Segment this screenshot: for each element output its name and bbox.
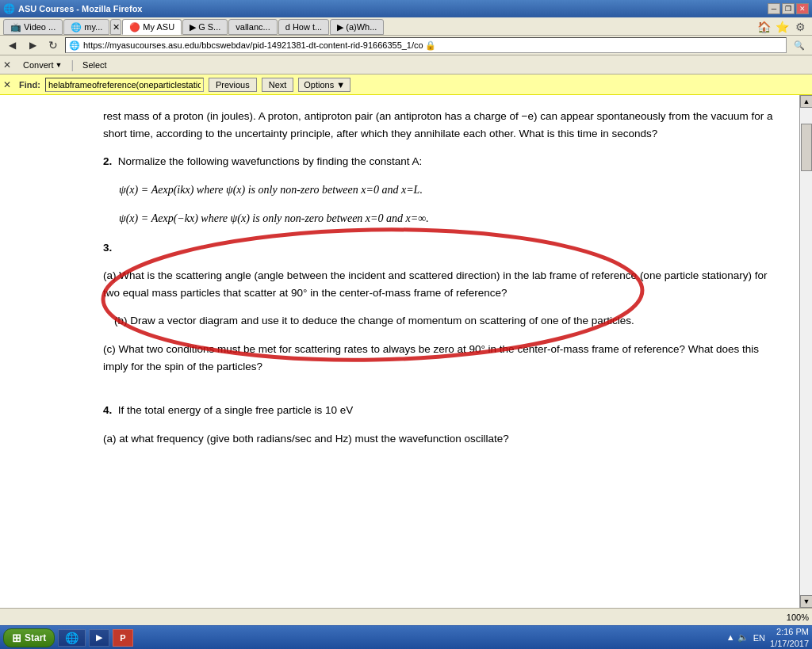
q3c-text: (c) What two conditions must be met for … [103,341,776,375]
convert-button[interactable]: Convert ▼ [17,57,67,73]
taskbar: ⊞ Start 🌐 ▶ P ▲ 🔈 EN 2:16 PM 1/17/2017 [0,625,812,649]
q3-section: 3. (a) What is the scattering angle (ang… [103,239,776,302]
page-content: rest mass of a proton (in joules). A pro… [0,95,799,608]
tab-close-x1[interactable]: ✕ [110,19,121,35]
settings-icon[interactable]: ⚙ [791,19,809,35]
tab-my[interactable]: 🌐 my... [63,19,109,35]
scrollbar[interactable]: ▲ ▼ [799,95,812,608]
tab-video[interactable]: 📺 Video ... [3,19,63,35]
address-bar[interactable]: 🌐 https://myasucourses.asu.edu/bbcswebda… [65,37,787,53]
scroll-down-button[interactable]: ▼ [800,595,812,608]
find-bar: ✕ Find: Previous Next Options ▼ [0,74,812,95]
q3a-text: (a) What is the scattering angle (angle … [103,267,776,301]
clock: 2:16 PM 1/17/2017 [770,626,809,649]
find-next-button[interactable]: Next [262,78,294,92]
select-button[interactable]: Select [77,57,113,73]
restore-button[interactable]: ❐ [782,3,795,14]
find-input[interactable] [45,78,204,92]
date-display: 1/17/2017 [770,638,809,649]
q3-label: 3. [103,239,776,257]
tabs-container: 📺 Video ... 🌐 my... ✕ 🔴 My ASU ▶ G S... … [0,17,812,36]
toolbar2: ✕ Convert ▼ | Select [0,55,812,74]
q2-eq1: ψ(x) = Aexp(ikx) where ψ(x) is only non-… [119,181,776,199]
tab-myasu[interactable]: 🔴 My ASU [122,19,182,35]
q4a-text: (a) at what frequency (give both radians… [103,430,776,448]
reload-button[interactable]: ↻ [44,37,62,53]
find-close-button[interactable]: ✕ [3,79,11,90]
back-button[interactable]: ◀ [3,37,21,53]
minimize-button[interactable]: ─ [768,3,780,14]
content-area: rest mass of a proton (in joules). A pro… [0,95,812,608]
tab-awh[interactable]: ▶ (a)Wh... [330,19,384,35]
tab-gs[interactable]: ▶ G S... [182,19,228,35]
q2-eq2: ψ(x) = Aexp(−kx) where ψ(x) is only non-… [119,210,776,227]
tray-icons: ▲ 🔈 [726,632,749,643]
zoom-level: 100% [787,613,809,622]
forward-button[interactable]: ▶ [24,37,41,53]
start-button[interactable]: ⊞ Start [3,628,55,647]
close-button[interactable]: ✕ [796,3,809,14]
browser-window: 🌐 ASU Courses - Mozilla Firefox ─ ❐ ✕ 📺 … [0,0,812,649]
find-previous-button[interactable]: Previous [209,78,257,92]
find-label: Find: [19,80,40,90]
nav-bar: ◀ ▶ ↻ 🌐 https://myasucourses.asu.edu/bbc… [0,36,812,55]
window-controls: ─ ❐ ✕ [768,3,809,14]
home-icon[interactable]: 🏠 [755,19,772,35]
url-text: https://myasucourses.asu.edu/bbcswebdav/… [83,40,423,50]
q2-label: 2. Normalize the following wavefunctions… [103,153,776,170]
search-button[interactable]: 🔍 [790,37,809,53]
status-bar: 100% [0,608,812,625]
star-icon[interactable]: ⭐ [773,19,791,35]
para-intro: rest mass of a proton (in joules). A pro… [103,108,776,142]
find-options-button[interactable]: Options ▼ [298,78,350,92]
tab-how[interactable]: d How t... [278,19,329,35]
scroll-track[interactable] [800,108,812,595]
scroll-thumb[interactable] [801,124,812,171]
tab-vallanc[interactable]: vallanc... [228,19,277,35]
language-indicator: EN [753,633,765,643]
time-display: 2:16 PM [770,626,809,637]
convert-label: Convert [23,60,54,70]
taskbar-ppt[interactable]: P [113,629,132,647]
title-bar: 🌐 ASU Courses - Mozilla Firefox ─ ❐ ✕ [0,0,812,17]
select-label: Select [82,60,107,70]
q4-label: 4. If the total energy of a single free … [103,402,776,419]
title-bar-left: 🌐 ASU Courses - Mozilla Firefox [3,3,142,14]
taskbar-right: ▲ 🔈 EN 2:16 PM 1/17/2017 [726,626,809,649]
taskbar-media[interactable]: ▶ [89,629,109,647]
toolbar-close1[interactable]: ✕ [3,59,11,71]
scroll-up-button[interactable]: ▲ [800,95,812,108]
window-title: ASU Courses - Mozilla Firefox [18,4,142,13]
windows-icon: ⊞ [12,632,21,644]
taskbar-ie[interactable]: 🌐 [58,629,86,647]
q3b-text: (b) Draw a vector diagram and use it to … [114,312,776,330]
convert-dropdown-icon[interactable]: ▼ [56,61,63,69]
